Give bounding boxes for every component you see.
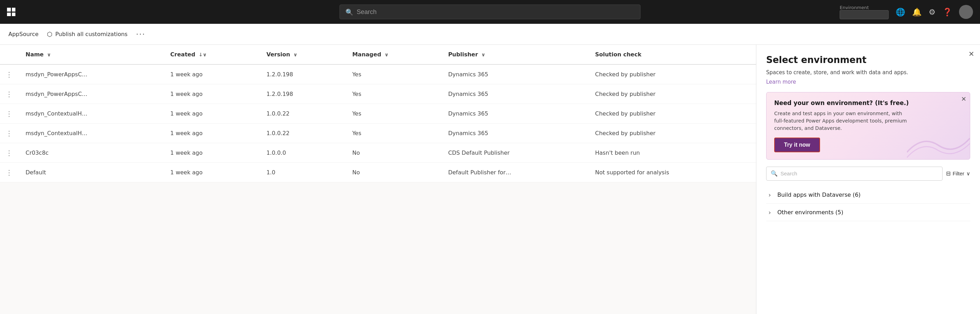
promo-wave-decoration (907, 131, 970, 159)
panel-search-row: 🔍 ⊟ Filter ∨ (766, 167, 970, 181)
row-menu-cell: ⋮ (0, 143, 19, 163)
global-search-input[interactable] (356, 8, 635, 16)
row-solution-check: Checked by publisher (588, 84, 756, 104)
panel-description: Spaces to create, store, and work with d… (766, 69, 970, 77)
table-row[interactable]: ⋮ msdyn_ContextualH… 1 week ago 1.0.0.22… (0, 124, 756, 143)
version-sort-icon: ∨ (293, 52, 297, 57)
env-group-chevron-icon: › (766, 209, 773, 216)
row-version: 1.0.0.22 (259, 104, 345, 124)
table-row[interactable]: ⋮ Cr03c8c 1 week ago 1.0.0.0 No CDS Defa… (0, 143, 756, 163)
promo-card-close-button[interactable]: ✕ (961, 96, 966, 102)
row-context-menu-button[interactable]: ⋮ (3, 69, 16, 80)
row-version: 1.0 (259, 163, 345, 182)
filter-label: Filter (953, 171, 964, 177)
row-publisher: CDS Default Publisher (441, 143, 588, 163)
row-context-menu-button[interactable]: ⋮ (3, 167, 16, 178)
environment-group: › Other environments (5) (766, 204, 970, 221)
nav-right-controls: Environment 🌐 🔔 ⚙️ ❓ (840, 5, 973, 19)
publisher-column-header[interactable]: Publisher ∨ (441, 45, 588, 64)
row-managed: Yes (345, 64, 441, 84)
environment-group-header[interactable]: › Build apps with Dataverse (6) (766, 186, 970, 203)
table-row[interactable]: ⋮ msdyn_ContextualH… 1 week ago 1.0.0.22… (0, 104, 756, 124)
environment-group-header[interactable]: › Other environments (5) (766, 204, 970, 221)
panel-title: Select environment (766, 54, 970, 65)
name-column-header[interactable]: Name ∨ (19, 45, 164, 64)
row-managed: Yes (345, 124, 441, 143)
try-it-now-button[interactable]: Try it now (774, 137, 820, 152)
environment-value[interactable] (840, 10, 889, 19)
row-menu-cell: ⋮ (0, 104, 19, 124)
row-managed: Yes (345, 104, 441, 124)
promo-card-title: Need your own environment? (It's free.) (774, 99, 962, 107)
row-publisher: Dynamics 365 (441, 84, 588, 104)
help-icon[interactable]: ❓ (943, 8, 952, 16)
row-version: 1.2.0.198 (259, 84, 345, 104)
row-solution-check: Not supported for analysis (588, 163, 756, 182)
globe-icon[interactable]: 🌐 (896, 8, 905, 16)
top-navigation: 🔍 Environment 🌐 🔔 ⚙️ ❓ (0, 0, 980, 24)
row-publisher: Dynamics 365 (441, 124, 588, 143)
filter-button[interactable]: ⊟ Filter ∨ (946, 170, 970, 177)
managed-column-header[interactable]: Managed ∨ (345, 45, 441, 64)
managed-sort-icon: ∨ (385, 52, 388, 57)
table-row[interactable]: ⋮ msdyn_PowerAppsC… 1 week ago 1.2.0.198… (0, 84, 756, 104)
row-managed: No (345, 163, 441, 182)
appsource-label: AppSource (8, 31, 38, 37)
publisher-sort-icon: ∨ (481, 52, 485, 57)
row-name: Default (19, 163, 164, 182)
row-created: 1 week ago (164, 163, 260, 182)
more-options-button[interactable]: ··· (136, 30, 145, 38)
settings-icon[interactable]: ⚙️ (929, 8, 935, 16)
panel-close-button[interactable]: ✕ (969, 50, 974, 57)
search-icon: 🔍 (345, 8, 353, 16)
table-row[interactable]: ⋮ msdyn_PowerAppsC… 1 week ago 1.2.0.198… (0, 64, 756, 84)
row-name: msdyn_ContextualH… (19, 124, 164, 143)
global-search-bar[interactable]: 🔍 (339, 5, 641, 19)
row-context-menu-button[interactable]: ⋮ (3, 89, 16, 100)
solutions-table: Name ∨ Created ↓∨ Version ∨ Managed ∨ Pu… (0, 45, 756, 182)
row-managed: No (345, 143, 441, 163)
learn-more-link[interactable]: Learn more (766, 79, 970, 85)
created-sort-icon: ↓∨ (199, 52, 207, 57)
filter-chevron-icon: ∨ (966, 171, 970, 177)
promo-card: ✕ Need your own environment? (It's free.… (766, 92, 970, 159)
row-solution-check: Checked by publisher (588, 104, 756, 124)
row-version: 1.0.0.22 (259, 124, 345, 143)
row-menu-cell: ⋮ (0, 64, 19, 84)
app-logo (7, 8, 15, 16)
row-name: msdyn_ContextualH… (19, 104, 164, 124)
row-version: 1.0.0.0 (259, 143, 345, 163)
environment-selector[interactable]: Environment (840, 5, 889, 19)
environment-groups: › Build apps with Dataverse (6) › Other … (766, 186, 970, 221)
table-row[interactable]: ⋮ Default 1 week ago 1.0 No Default Publ… (0, 163, 756, 182)
filter-icon: ⊟ (946, 170, 951, 177)
user-avatar[interactable] (959, 5, 973, 19)
row-managed: Yes (345, 84, 441, 104)
env-group-label: Other environments (5) (777, 209, 843, 216)
env-group-chevron-icon: › (766, 191, 773, 198)
row-context-menu-button[interactable]: ⋮ (3, 128, 16, 139)
row-menu-cell: ⋮ (0, 124, 19, 143)
grid-icon (7, 8, 15, 16)
row-created: 1 week ago (164, 84, 260, 104)
row-context-menu-button[interactable]: ⋮ (3, 147, 16, 159)
table-header-row: Name ∨ Created ↓∨ Version ∨ Managed ∨ Pu… (0, 45, 756, 64)
appsource-link[interactable]: AppSource (8, 31, 38, 37)
row-context-menu-button[interactable]: ⋮ (3, 108, 16, 120)
secondary-navigation: AppSource ⬡ Publish all customizations ·… (0, 24, 980, 45)
row-menu-cell: ⋮ (0, 163, 19, 182)
row-created: 1 week ago (164, 143, 260, 163)
main-content-area: Name ∨ Created ↓∨ Version ∨ Managed ∨ Pu… (0, 45, 980, 314)
row-name: msdyn_PowerAppsC… (19, 64, 164, 84)
environment-group: › Build apps with Dataverse (6) (766, 186, 970, 204)
panel-search-input[interactable] (781, 171, 938, 177)
publish-customizations-button[interactable]: ⬡ Publish all customizations (47, 30, 127, 38)
solutions-table-area: Name ∨ Created ↓∨ Version ∨ Managed ∨ Pu… (0, 45, 756, 314)
environment-label: Environment (840, 5, 869, 10)
notification-icon[interactable]: 🔔 (912, 8, 921, 16)
created-column-header[interactable]: Created ↓∨ (164, 45, 260, 64)
panel-search-box[interactable]: 🔍 (766, 167, 943, 181)
row-publisher: Default Publisher for… (441, 163, 588, 182)
select-environment-panel: ✕ Select environment Spaces to create, s… (756, 45, 980, 314)
version-column-header[interactable]: Version ∨ (259, 45, 345, 64)
